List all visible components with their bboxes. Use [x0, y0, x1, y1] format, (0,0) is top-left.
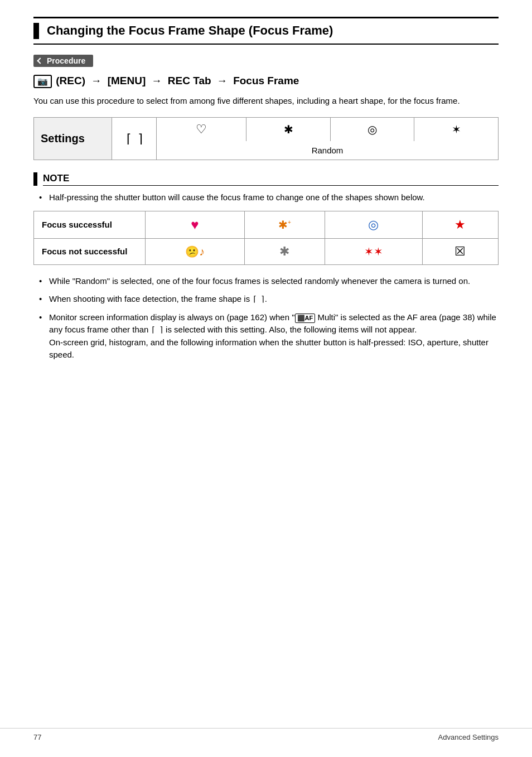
focus-fail-icon-4: ☒ [422, 238, 498, 264]
note-title-bar: NOTE [33, 172, 499, 186]
note-accent-bar [33, 172, 37, 186]
nav-path: 📷 (REC) → [MENU] → REC Tab → Focus Frame [33, 75, 499, 88]
note-bullet-4: Monitor screen information display is al… [39, 311, 499, 361]
note-bullet-2: While "Random" is selected, one of the f… [39, 275, 499, 288]
focus-table: Focus successful ♥ ✱+ ◎ ★ Focus not succ… [33, 211, 499, 265]
description-text: You can use this procedure to select fro… [33, 95, 499, 108]
bracket-symbol-inline-2: ⌈ ⌉ [151, 325, 163, 334]
note-bullets-2: While "Random" is selected, one of the f… [39, 275, 499, 361]
focus-success-row: Focus successful ♥ ✱+ ◎ ★ [34, 211, 499, 238]
nav-menu-label: [MENU] [108, 75, 146, 86]
procedure-badge-wrap: Procedure [33, 55, 499, 67]
page-number: 77 [33, 733, 41, 741]
focus-fail-row: Focus not successful 😕♪ ✱ ✶✶ ☒ [34, 238, 499, 264]
camera-rec-icon: 📷 [33, 75, 52, 88]
note-bullet-1: Half-pressing the shutter button will ca… [39, 191, 499, 204]
note-section: NOTE Half-pressing the shutter button wi… [33, 172, 499, 361]
settings-icon-gear-person: ✶︎ [414, 118, 499, 142]
focus-success-icon-3: ◎ [325, 211, 422, 238]
nav-rec-label: (REC) [56, 75, 85, 86]
focus-success-icon-1: ♥ [146, 211, 245, 238]
title-accent-bar [33, 23, 39, 39]
nav-rectab-label: REC Tab [168, 75, 211, 86]
bracket-symbol-inline: ⌈ ⌉ [252, 295, 264, 303]
focus-fail-icon-1: 😕♪ [146, 238, 245, 264]
settings-random-label: Random [157, 141, 499, 160]
note-title: NOTE [43, 173, 499, 186]
procedure-badge: Procedure [33, 55, 93, 67]
arrow-1: → [91, 75, 101, 86]
page-title-bar: Changing the Focus Frame Shape (Focus Fr… [33, 17, 499, 45]
page-title: Changing the Focus Frame Shape (Focus Fr… [47, 23, 333, 39]
focus-fail-label: Focus not successful [34, 238, 146, 264]
focus-fail-icon-2: ✱ [244, 238, 325, 264]
note-bullets: Half-pressing the shutter button will ca… [39, 191, 499, 204]
settings-icon-star-flower: ✱︎ [246, 118, 331, 142]
nav-focusframe-label: Focus Frame [233, 75, 299, 86]
focus-success-icon-2: ✱+ [244, 211, 325, 238]
page-footer: 77 Advanced Settings [0, 728, 532, 741]
settings-bracket: ⌈ ⌉ [112, 118, 157, 160]
settings-icon-circle-target: ◎ [330, 118, 414, 142]
settings-table: Settings ⌈ ⌉ ♡ ✱︎ ◎ ✶︎ Random [33, 117, 499, 160]
arrow-2: → [152, 75, 162, 86]
settings-label: Settings [34, 118, 112, 160]
arrow-3: → [217, 75, 228, 86]
note-bullet-3: When shooting with face detection, the f… [39, 293, 499, 306]
multi-badge: ⬛AF [295, 314, 316, 323]
settings-icons-row: Settings ⌈ ⌉ ♡ ✱︎ ◎ ✶︎ [34, 118, 499, 142]
focus-success-label: Focus successful [34, 211, 146, 238]
focus-fail-icon-3: ✶✶ [325, 238, 422, 264]
section-label: Advanced Settings [438, 733, 499, 741]
focus-success-icon-4: ★ [422, 211, 498, 238]
settings-icon-heart: ♡ [157, 118, 246, 142]
